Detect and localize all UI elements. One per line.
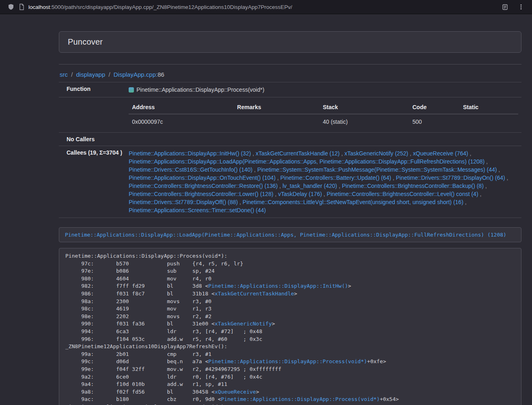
callees-row: Callees (19, Σ=3704 ) Pinetime::Applicat… bbox=[59, 146, 521, 218]
callee-link[interactable]: lv_task_handler (420) bbox=[282, 183, 337, 189]
callee-link[interactable]: Pinetime::Applications::DisplayApp::Init… bbox=[129, 150, 251, 157]
disassembly-box: Pinetime::Applications::DisplayApp::Proc… bbox=[59, 248, 521, 405]
menu-icon[interactable] bbox=[516, 2, 526, 12]
code-text: 986: f031 f8c7 bl 31b18 < bbox=[65, 291, 215, 297]
breadcrumb-link[interactable]: displayapp bbox=[76, 71, 106, 78]
symbol-link[interactable]: Pinetime::Applications::DisplayApp::Load… bbox=[65, 232, 506, 238]
callee-link[interactable]: Pinetime::Applications::DisplayApp::OnTo… bbox=[129, 174, 276, 181]
code-symbol-link[interactable]: Pinetime::Applications::DisplayApp::Proc… bbox=[208, 358, 367, 364]
reader-mode-icon[interactable] bbox=[500, 2, 510, 12]
code-text: 97e: b086 sub sp, #24 bbox=[65, 268, 215, 274]
callee-link[interactable]: Pinetime::System::SystemTask::PushMessag… bbox=[257, 166, 497, 173]
no-callers-row: No Callers bbox=[59, 133, 521, 146]
code-text: _ZN8Pinetime12Applications10DisplayApp7R… bbox=[65, 343, 227, 349]
callee-link[interactable]: Pinetime::Components::LittleVgl::SetNewT… bbox=[243, 199, 463, 205]
code-line: 98a: 2300 movs r3, #0 bbox=[65, 298, 515, 306]
code-line: 990: f031 fa36 bl 31e00 <xTaskGenericNot… bbox=[65, 320, 515, 328]
callee-link[interactable]: Pinetime::Applications::Screens::Timer::… bbox=[129, 207, 266, 213]
breadcrumb-line-number: 86 bbox=[157, 71, 164, 78]
breadcrumb-link[interactable]: DisplayApp.cpp: bbox=[114, 71, 157, 78]
callee-link[interactable]: Pinetime::Controllers::BrightnessControl… bbox=[327, 191, 478, 197]
code-symbol-link[interactable]: Pinetime::Applications::DisplayApp::Proc… bbox=[221, 396, 380, 402]
breadcrumb: src / displayapp / DisplayApp.cpp:86 bbox=[60, 71, 521, 78]
page-title: Puncover bbox=[68, 37, 103, 47]
code-line: 98c: 4619 mov r1, r3 bbox=[65, 305, 515, 313]
code-symbol-link[interactable]: Pinetime::Applications::DisplayApp::Init… bbox=[208, 283, 348, 289]
main-content: Puncover src / displayapp / DisplayApp.c… bbox=[59, 31, 521, 405]
callee-link[interactable]: Pinetime::Controllers::Battery::Update()… bbox=[280, 174, 391, 181]
callee-separator: , bbox=[505, 174, 508, 181]
url-bar[interactable]: localhost:5000/path/src/displayapp/Displ… bbox=[28, 4, 292, 10]
breadcrumb-separator: / bbox=[68, 71, 76, 78]
code-text: 98c: 4619 mov r1, r3 bbox=[65, 306, 211, 312]
stat-cell: 40 (static) bbox=[320, 114, 409, 129]
function-label: Function bbox=[59, 82, 125, 97]
callee-separator: , bbox=[251, 150, 256, 157]
code-line: 98e: 2202 movs r2, #2 bbox=[65, 313, 515, 321]
code-text: 98a: 2300 movs r3, #0 bbox=[65, 298, 211, 304]
callee-separator: , bbox=[337, 183, 342, 189]
browser-toolbar: localhost:5000/path/src/displayapp/Displ… bbox=[0, 0, 532, 14]
code-symbol-link[interactable]: xTaskGetCurrentTaskHandle bbox=[215, 291, 294, 297]
callee-link[interactable]: Pinetime::Drivers::Cst816S::GetTouchInfo… bbox=[129, 166, 252, 173]
code-line: 99c: d06d beq.n a7a <Pinetime::Applicati… bbox=[65, 358, 515, 366]
callee-separator: , bbox=[340, 150, 345, 157]
code-text: 980: 4604 mov r4, r0 bbox=[65, 276, 211, 282]
callee-link[interactable]: Pinetime::Applications::DisplayApp::Load… bbox=[129, 158, 485, 165]
callee-separator: , bbox=[484, 183, 487, 189]
code-text: 97c: b570 push {r4, r5, r6, lr} bbox=[65, 261, 243, 267]
url-path: :5000/path/src/displayapp/DisplayApp.cpp… bbox=[50, 4, 292, 10]
shield-icon[interactable] bbox=[6, 2, 16, 12]
callee-separator: , bbox=[238, 199, 243, 205]
stat-cell: 500 bbox=[409, 114, 460, 129]
callee-link[interactable]: Pinetime::Drivers::St7789::DisplayOn() (… bbox=[396, 174, 505, 181]
code-text: 990: f031 fa36 bl 31e00 < bbox=[65, 321, 215, 327]
stats-data-row: 0x0000097c40 (static)500 bbox=[129, 114, 518, 129]
page-icon[interactable] bbox=[16, 2, 27, 12]
code-text: 9a2: 6ce0 ldr r0, [r4, #76] ; 0x4c bbox=[65, 374, 262, 380]
code-line: 9a4: f10d 010b add.w r1, sp, #11 bbox=[65, 381, 515, 388]
callee-link[interactable]: Pinetime::Controllers::BrightnessControl… bbox=[129, 183, 278, 189]
code-line: Pinetime::Applications::DisplayApp::Proc… bbox=[65, 403, 515, 405]
code-text: 99e: f04f 32ff mov.w r2, #4294967295 ; 0… bbox=[65, 366, 281, 372]
code-text: 99c: d06d beq.n a7a < bbox=[65, 358, 208, 364]
column-header-address: Address bbox=[129, 101, 234, 114]
callee-separator: , bbox=[468, 150, 472, 157]
code-line: 980: 4604 mov r4, r0 bbox=[65, 275, 515, 283]
callee-link[interactable]: Pinetime::Controllers::BrightnessControl… bbox=[129, 191, 273, 197]
code-text: +0xfe> bbox=[367, 358, 386, 364]
column-header-static: Static bbox=[460, 101, 518, 114]
callee-link[interactable]: xTaskGenericNotify (252) bbox=[345, 150, 408, 157]
code-symbol-link[interactable]: xQueueReceive bbox=[215, 389, 256, 395]
callee-separator: , bbox=[463, 199, 467, 205]
callee-separator: , bbox=[478, 191, 482, 197]
app-header: Puncover bbox=[59, 31, 521, 53]
callees-label: Callees (19, Σ=3704 ) bbox=[59, 146, 125, 218]
column-header-remarks: Remarks bbox=[234, 101, 319, 114]
code-text: > bbox=[348, 283, 351, 289]
code-line: 986: f031 f8c7 bl 31b18 <xTaskGetCurrent… bbox=[65, 290, 515, 298]
disassembly: Pinetime::Applications::DisplayApp::Proc… bbox=[65, 252, 515, 405]
breadcrumb-separator: / bbox=[105, 71, 114, 78]
code-line: 97e: b086 sub sp, #24 bbox=[65, 267, 515, 275]
stat-cell bbox=[234, 114, 319, 129]
code-text: 9a4: f10d 010b add.w r1, sp, #11 bbox=[65, 381, 227, 387]
code-line: Pinetime::Applications::DisplayApp::Proc… bbox=[65, 252, 515, 260]
divider bbox=[59, 64, 521, 65]
callee-link[interactable]: vTaskDelay (176) bbox=[278, 191, 322, 197]
code-line: 994: 6ca3 ldr r3, [r4, #72] ; 0x48 bbox=[65, 328, 515, 336]
callee-link[interactable]: xQueueReceive (764) bbox=[413, 150, 468, 157]
function-type-icon bbox=[129, 87, 134, 93]
breadcrumb-link[interactable]: src bbox=[60, 71, 68, 78]
callee-link[interactable]: Pinetime::Controllers::BrightnessControl… bbox=[342, 183, 483, 189]
code-text: > bbox=[256, 389, 259, 395]
callee-separator: , bbox=[497, 166, 500, 173]
callee-link[interactable]: Pinetime::Drivers::St7789::DisplayOff() … bbox=[129, 199, 238, 205]
code-line: 97c: b570 push {r4, r5, r6, lr} bbox=[65, 260, 515, 268]
callee-separator: , bbox=[391, 174, 396, 181]
code-text: 99a: 2b01 cmp r3, #1 bbox=[65, 351, 211, 357]
callee-link[interactable]: xTaskGetCurrentTaskHandle (12) bbox=[256, 150, 340, 157]
code-symbol-link[interactable]: xTaskGenericNotify bbox=[215, 321, 272, 327]
code-line: _ZN8Pinetime12Applications10DisplayApp7R… bbox=[65, 343, 515, 351]
stat-cell: 0x0000097c bbox=[129, 114, 234, 129]
